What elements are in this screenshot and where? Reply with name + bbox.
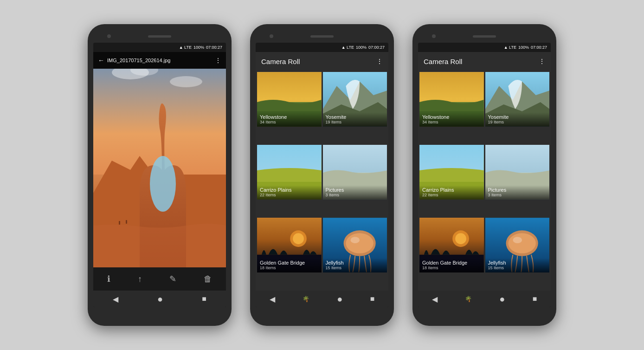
front-camera-3 xyxy=(432,34,436,38)
battery-3: 100% xyxy=(518,45,529,50)
golden-gate-overlay-2: Golden Gate Bridge 18 Items xyxy=(257,258,322,272)
svg-rect-6 xyxy=(119,221,120,225)
more-options-button[interactable]: ⋮ xyxy=(215,57,221,64)
jellyfish-name-3: Jellyfish xyxy=(488,260,547,266)
album-pictures-2[interactable]: Pictures 3 Items xyxy=(323,145,387,200)
album-grid-3: Yellowstone 34 Items xyxy=(418,71,551,291)
yellowstone-overlay-3: Yellowstone 34 Items xyxy=(419,112,484,127)
nav-recent-1[interactable]: ■ xyxy=(202,295,206,303)
phone-top-1 xyxy=(93,30,226,43)
screen-1: ▲ LTE 100% 07:00:27 ← IMG_20170715_20261… xyxy=(93,43,226,307)
album-carrizo-2[interactable]: Carrizo Plains 22 Items xyxy=(257,145,322,200)
share-button[interactable]: ↑ xyxy=(138,274,142,284)
info-button[interactable]: ℹ xyxy=(107,274,110,284)
yellowstone-count-2: 34 Items xyxy=(260,120,319,124)
svg-point-20 xyxy=(293,233,304,244)
palm-icon-2: 🌴 xyxy=(303,296,309,302)
camera-roll-header-2: Camera Roll ⋮ xyxy=(256,52,388,71)
time-3: 07:00:27 xyxy=(531,45,547,50)
battery-status-1: 100% xyxy=(193,45,204,50)
yellowstone-name-3: Yellowstone xyxy=(422,114,481,120)
yosemite-name-3: Yosemite xyxy=(488,114,547,120)
phone-3: ▲ LTE 100% 07:00:27 Camera Roll ⋮ xyxy=(412,24,556,326)
yellowstone-name-2: Yellowstone xyxy=(260,114,319,120)
album-grid-2: Yellowstone 34 Items xyxy=(256,71,388,291)
nav-bar-3: ◀ 🌴 ● ■ xyxy=(418,291,551,307)
battery-2: 100% xyxy=(356,45,367,50)
back-button[interactable]: ← xyxy=(98,57,104,64)
signal-status-1: ▲ LTE xyxy=(179,45,192,50)
svg-rect-7 xyxy=(126,220,127,224)
image-filename: IMG_20170715_202614.jpg xyxy=(107,58,212,63)
nav-bar-2: ◀ 🌴 ● ■ xyxy=(256,291,388,307)
speaker-2 xyxy=(310,35,334,38)
app-title-2: Camera Roll xyxy=(261,58,376,65)
svg-point-5 xyxy=(150,156,176,212)
pictures-count-2: 3 Items xyxy=(326,193,385,197)
screen-3: ▲ LTE 100% 07:00:27 Camera Roll ⋮ xyxy=(418,43,551,307)
album-yellowstone-3[interactable]: Yellowstone 34 Items xyxy=(419,72,484,127)
carrizo-count-3: 22 Items xyxy=(422,193,481,197)
yellowstone-overlay-2: Yellowstone 34 Items xyxy=(257,112,322,127)
carrizo-count-2: 22 Items xyxy=(260,193,319,197)
front-camera-1 xyxy=(107,34,111,38)
jellyfish-overlay-2: Jellyfish 15 Items xyxy=(323,258,387,272)
speaker-1 xyxy=(148,35,171,38)
yellowstone-count-3: 34 Items xyxy=(422,120,481,124)
more-options-2[interactable]: ⋮ xyxy=(376,58,383,65)
phone-top-3 xyxy=(418,30,551,43)
status-bar-2: ▲ LTE 100% 07:00:27 xyxy=(256,43,388,52)
jellyfish-count-3: 15 Items xyxy=(488,266,547,270)
svg-point-40 xyxy=(508,233,535,253)
golden-gate-name-3: Golden Gate Bridge xyxy=(422,260,481,266)
carrizo-name-2: Carrizo Plains xyxy=(260,187,319,193)
pictures-name-2: Pictures xyxy=(326,187,385,193)
palm-icon-3: 🌴 xyxy=(465,296,472,302)
pictures-overlay-2: Pictures 3 Items xyxy=(323,185,387,200)
image-viewer-toolbar: ← IMG_20170715_202614.jpg ⋮ xyxy=(93,52,226,69)
nav-bar-1: ◀ ● ■ xyxy=(93,291,226,307)
yosemite-name-2: Yosemite xyxy=(326,114,385,120)
jellyfish-count-2: 15 Items xyxy=(326,266,385,270)
phone-bottom-2 xyxy=(256,307,388,320)
svg-point-23 xyxy=(346,233,373,253)
album-yosemite-2[interactable]: Yosemite 19 Items xyxy=(323,72,387,127)
album-golden-gate-2[interactable]: Golden Gate Bridge 18 Items xyxy=(257,218,322,272)
album-pictures-3[interactable]: Pictures 3 Items xyxy=(485,145,550,200)
signal-2: ▲ LTE xyxy=(341,45,354,50)
pictures-name-3: Pictures xyxy=(488,187,547,193)
image-display xyxy=(93,69,226,267)
nav-home-2[interactable]: ● xyxy=(337,294,342,305)
nav-recent-3[interactable]: ■ xyxy=(533,295,537,303)
album-jellyfish-3[interactable]: Jellyfish 15 Items xyxy=(485,218,550,272)
album-golden-gate-3[interactable]: Golden Gate Bridge 18 Items xyxy=(419,218,484,272)
jellyfish-name-2: Jellyfish xyxy=(326,260,385,266)
delete-button[interactable]: 🗑 xyxy=(204,274,212,284)
album-yellowstone-2[interactable]: Yellowstone 34 Items xyxy=(257,72,322,127)
nav-back-1[interactable]: ◀ xyxy=(113,295,118,304)
yosemite-overlay-3: Yosemite 19 Items xyxy=(485,112,550,127)
nav-home-3[interactable]: ● xyxy=(499,294,505,305)
phone-2: ▲ LTE 100% 07:00:27 Camera Roll ⋮ xyxy=(250,24,394,326)
nav-back-2[interactable]: ◀ xyxy=(270,295,275,304)
nav-recent-2[interactable]: ■ xyxy=(370,295,375,303)
album-yosemite-3[interactable]: Yosemite 19 Items xyxy=(485,72,550,127)
arch-svg xyxy=(93,69,226,267)
svg-point-24 xyxy=(350,237,360,243)
svg-point-41 xyxy=(513,237,522,243)
golden-gate-count-2: 18 Items xyxy=(260,266,319,270)
yosemite-overlay-2: Yosemite 19 Items xyxy=(323,112,387,127)
status-bar-1: ▲ LTE 100% 07:00:27 xyxy=(93,43,226,52)
pictures-overlay-3: Pictures 3 Items xyxy=(485,185,550,200)
album-jellyfish-2[interactable]: Jellyfish 15 Items xyxy=(323,218,387,272)
phone-bottom-1 xyxy=(93,307,226,320)
nav-back-3[interactable]: ◀ xyxy=(432,295,438,304)
yosemite-count-2: 19 Items xyxy=(326,120,385,124)
screen-2: ▲ LTE 100% 07:00:27 Camera Roll ⋮ xyxy=(256,43,388,307)
edit-button[interactable]: ✎ xyxy=(169,274,176,284)
nav-home-1[interactable]: ● xyxy=(157,294,163,305)
more-options-3[interactable]: ⋮ xyxy=(539,58,545,65)
album-carrizo-3[interactable]: Carrizo Plains 22 Items xyxy=(419,145,484,200)
carrizo-name-3: Carrizo Plains xyxy=(422,187,481,193)
golden-gate-count-3: 18 Items xyxy=(422,266,481,270)
